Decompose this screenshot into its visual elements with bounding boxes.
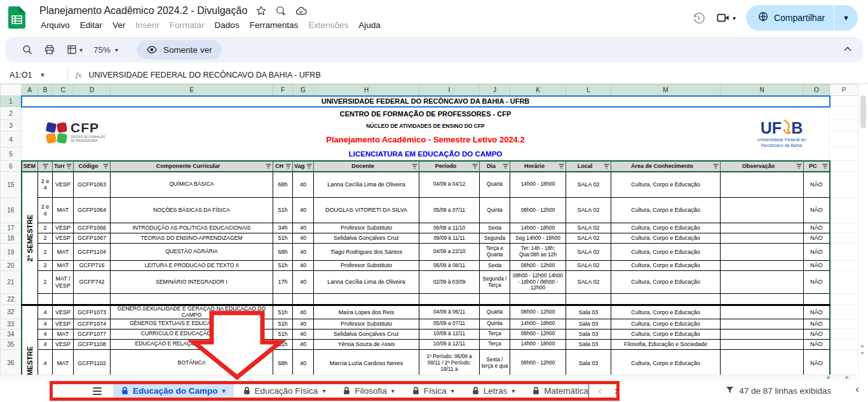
cell-I33[interactable]: 05/09 a 07/11 — [419, 319, 480, 329]
column-header-M[interactable]: M — [611, 85, 721, 96]
cell-C19[interactable]: MAT — [53, 244, 74, 261]
cell-J19[interactable]: Terça e Quarta — [480, 244, 510, 261]
scroll-up-icon[interactable]: ▲ — [860, 343, 865, 349]
cell-H21[interactable]: Lanna Cecília Lima de Oliveira — [314, 271, 419, 294]
cell-E15[interactable]: QUÍMICA BÁSICA — [111, 172, 273, 198]
cell-B32[interactable]: 4 — [38, 305, 53, 319]
cell-F21[interactable]: 17h — [273, 271, 293, 294]
filter-icon[interactable] — [503, 163, 508, 169]
cell-H22[interactable] — [314, 294, 419, 305]
row-header-20[interactable]: 20 — [1, 261, 22, 271]
cell-K33[interactable]: 14h00 - 18h00 — [510, 319, 566, 329]
sheet-tab-caret-icon[interactable]: ▾ — [322, 387, 325, 394]
semester-group-label-2[interactable]: 4º SEMESTRE — [22, 305, 38, 375]
filter-header-co-digo[interactable]: Código — [74, 161, 111, 172]
cell-E18[interactable]: TEORIAS DO ENSINO-APRENDIZAGEM — [111, 233, 273, 244]
sheet-tab-educac-a-o-fi-sica[interactable]: Educação Física▾ — [235, 382, 334, 401]
cell-P4[interactable] — [830, 132, 858, 148]
cell-I16[interactable]: 05/09 a 07/11 — [419, 198, 480, 223]
cell-E16[interactable]: NOÇÕES BÁSICAS DA FÍSICA — [111, 198, 273, 223]
column-header-J[interactable]: J — [480, 85, 510, 96]
all-sheets-menu-icon[interactable] — [90, 385, 104, 398]
cell-F35[interactable]: 51h — [273, 339, 293, 349]
collapse-panel-icon[interactable]: ‹ — [855, 383, 859, 396]
cell-I15[interactable]: 04/09 a 04/12 — [419, 172, 480, 198]
cell-P19[interactable] — [830, 244, 858, 261]
cell-G32[interactable]: 40 — [293, 305, 314, 319]
cell-O34[interactable]: NÃO — [804, 329, 830, 339]
cell-D19[interactable]: GCFP1104 — [74, 244, 111, 261]
row-header-35[interactable]: 35 — [1, 339, 22, 349]
column-header-C[interactable]: C — [53, 85, 74, 96]
cell-B33[interactable]: 4 — [38, 319, 53, 329]
cell-H35[interactable]: Yérsia Souza de Assis — [314, 339, 419, 349]
filter-header-sem[interactable]: SEM — [22, 161, 38, 172]
filter-header-turno[interactable]: Turno — [53, 161, 74, 172]
cell-E33[interactable]: GÊNEROS TEXTUAIS E EDUCAÇÃO DO CAMPO — [111, 319, 273, 329]
cell-E35[interactable]: EDUCAÇÃO E RELAÇÕES ÉTNICO-RACIAIS — [111, 339, 273, 349]
filter-header-ch[interactable]: CH — [273, 161, 293, 172]
column-header-I[interactable]: I — [419, 85, 480, 96]
cell-H33[interactable]: Professor Substituto — [314, 319, 419, 329]
menu-dados[interactable]: Dados — [210, 18, 245, 32]
menu-ver[interactable]: Ver — [107, 18, 130, 32]
column-header-K[interactable]: K — [510, 85, 566, 96]
table-views-caret-icon[interactable]: ▾ — [79, 46, 83, 53]
column-header-D[interactable]: D — [74, 85, 111, 96]
row-header-21[interactable]: 21 — [1, 271, 22, 294]
column-header-G[interactable]: G — [293, 85, 314, 96]
filter-header-dia[interactable]: Dia — [480, 161, 510, 172]
cell-L17[interactable]: SALA 02 — [566, 223, 611, 233]
row-header-6[interactable]: 6 — [1, 161, 22, 172]
cell-D32[interactable]: GCFP1073 — [74, 305, 111, 319]
row-header-19[interactable]: 19 — [1, 244, 22, 261]
cell-J20[interactable]: Sexta — [480, 261, 510, 271]
filter-icon[interactable] — [796, 163, 802, 169]
cell-F33[interactable]: 51h — [273, 319, 293, 329]
column-header-O[interactable]: O — [804, 85, 830, 96]
cell-O18[interactable]: NÃO — [804, 233, 830, 244]
row-header-33[interactable]: 33 — [1, 319, 22, 329]
cell-F15[interactable]: 68h — [273, 172, 293, 198]
filter-icon[interactable] — [604, 163, 609, 169]
cell-I17[interactable]: 06/09 a 11/10 — [419, 223, 480, 233]
cell-M21[interactable]: Cultura, Corpo e Educação — [611, 271, 721, 294]
cell-B17[interactable]: 2 — [38, 223, 53, 233]
cell-N21[interactable] — [721, 271, 804, 294]
cell-I32[interactable]: 04/09 à 06/11 — [419, 305, 480, 319]
cell-C20[interactable]: MAT — [53, 261, 74, 271]
cell-F34[interactable]: 51h — [273, 329, 293, 339]
filter-icon[interactable] — [713, 163, 719, 169]
cell-C21[interactable]: MAT / VESP — [53, 271, 74, 294]
cell-J32[interactable]: Quarta — [480, 305, 510, 319]
filter-icon[interactable] — [412, 163, 417, 169]
cell-P36[interactable] — [830, 349, 858, 375]
cell-M19[interactable]: Cultura, Corpo e Educação — [611, 244, 721, 261]
name-box[interactable]: A1:O1 ▼ — [0, 71, 64, 80]
filter-icon[interactable] — [43, 163, 48, 169]
select-all-corner[interactable] — [1, 85, 22, 96]
sheet-tab-caret-icon[interactable]: ▾ — [451, 387, 454, 394]
cell-E21[interactable]: SEMINÁRIO INTEGRADOR I — [111, 271, 273, 294]
cell-N35[interactable] — [721, 339, 804, 349]
row-header-34[interactable]: 34 — [1, 329, 22, 339]
zoom-caret-icon[interactable]: ▾ — [115, 46, 118, 53]
cell-J17[interactable]: Sexta — [480, 223, 510, 233]
sheet-tab-filosofia[interactable]: Filosofia▾ — [335, 382, 402, 401]
cell-L20[interactable]: SALA 02 — [566, 261, 611, 271]
cell-N20[interactable] — [721, 261, 804, 271]
cell-C34[interactable]: MAT — [53, 329, 74, 339]
filter-header-observac-a-o[interactable]: Observação — [721, 161, 804, 172]
cell-L18[interactable]: SALA 02 — [566, 233, 611, 244]
cell-P21[interactable] — [830, 271, 858, 294]
share-dropdown-button[interactable]: ▼ — [834, 5, 858, 31]
cell-F36[interactable]: 68h — [273, 349, 293, 375]
version-history-icon[interactable] — [691, 11, 706, 25]
filter-icon[interactable] — [559, 163, 564, 169]
cell-B34[interactable]: 4 — [38, 329, 53, 339]
cell-G22[interactable] — [293, 294, 314, 305]
vertical-scrollbar[interactable]: ▲▼ — [858, 84, 868, 375]
cell-L19[interactable]: SALA 02 — [566, 244, 611, 261]
cell-N32[interactable] — [721, 305, 804, 319]
cell-B16[interactable]: 2 e 4 — [38, 198, 53, 223]
